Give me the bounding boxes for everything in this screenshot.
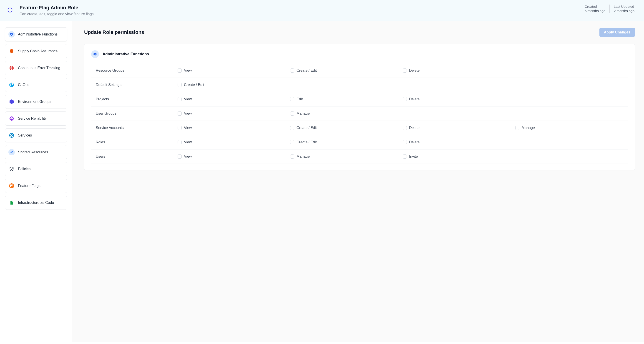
permission-option[interactable]: Manage [290,154,403,159]
sidebar-item-continuous-error-tracking[interactable]: Continuous Error Tracking [5,61,67,75]
target-icon [8,65,15,71]
permission-option-label: Edit [296,97,303,101]
svg-point-13 [10,152,11,153]
header-left: Feature Flag Admin Role Can create, edit… [6,5,94,16]
permission-option-label: Delete [409,97,420,101]
permission-option[interactable]: Edit [290,97,403,101]
permission-checkbox[interactable] [290,154,294,159]
permission-option[interactable]: Create / Edit [290,69,403,73]
updated-label: Last Updated [614,5,634,9]
permission-option[interactable]: View [178,154,290,159]
sidebar-item-infrastructure-as-code[interactable]: Infrastructure as Code [5,196,67,210]
permission-option-label: Create / Edit [184,83,204,87]
updated-value: 2 months ago [614,9,634,13]
sidebar-item-label: Policies [18,167,30,171]
permission-row: RolesViewCreate / EditDelete [91,135,628,149]
permission-option[interactable]: Create / Edit [290,126,403,130]
permission-row: ProjectsViewEditDelete [91,92,628,107]
permission-row: User GroupsViewManage [91,107,628,121]
permission-checkbox[interactable] [403,154,407,159]
sidebar-item-feature-flags[interactable]: Feature Flags [5,179,67,193]
permission-checkbox[interactable] [178,140,182,144]
permission-checkbox[interactable] [178,126,182,130]
permission-checkbox[interactable] [178,112,182,116]
sidebar: Administrative FunctionsSupply Chain Ass… [0,21,72,342]
sidebar-item-environment-groups[interactable]: Environment Groups [5,95,67,109]
permission-name: Projects [96,97,178,101]
permission-option-label: Delete [409,69,420,73]
permission-option[interactable]: View [178,112,290,116]
created-label: Created [585,5,605,9]
sidebar-item-supply-chain-assurance[interactable]: Supply Chain Assurance [5,44,67,58]
permission-checkbox[interactable] [290,69,294,73]
main-header: Update Role permissions Apply Changes [84,28,635,37]
sidebar-item-label: GitOps [18,83,29,87]
permission-option-label: View [184,69,192,73]
hexagon-icon [8,99,15,105]
permission-option-label: View [184,154,192,159]
gear-icon [91,50,99,58]
permission-row: UsersViewManageInvite [91,149,628,164]
permission-option-label: Create / Edit [296,126,317,130]
permission-checkbox[interactable] [178,97,182,101]
permission-option-label: Manage [522,126,535,130]
sidebar-item-label: Environment Groups [18,100,52,104]
permission-option[interactable]: Delete [403,140,515,144]
permission-checkbox[interactable] [178,69,182,73]
permission-rows: Resource GroupsViewCreate / EditDeleteDe… [91,64,628,164]
permission-option[interactable]: View [178,126,290,130]
permission-checkbox[interactable] [515,126,520,130]
created-meta: Created 6 months ago [580,5,610,13]
permission-option-label: View [184,140,192,144]
permission-row: Default SettingsCreate / Edit [91,78,628,92]
permission-option-label: View [184,97,192,101]
permission-checkbox[interactable] [403,69,407,73]
sidebar-item-administrative-functions[interactable]: Administrative Functions [5,27,67,42]
apply-changes-button[interactable]: Apply Changes [600,28,635,37]
shield-check-icon [8,166,15,172]
share-icon [8,149,15,155]
permission-option[interactable]: Delete [403,69,515,73]
sidebar-item-services[interactable]: Services [5,128,67,142]
reliability-icon [8,115,15,122]
main-heading: Update Role permissions [84,29,144,35]
permission-option-label: View [184,112,192,116]
permission-option-label: Delete [409,140,420,144]
permission-option[interactable]: View [178,97,290,101]
permission-checkbox[interactable] [178,83,182,87]
file-icon [8,200,15,206]
page-title: Feature Flag Admin Role [20,5,94,11]
sidebar-item-label: Supply Chain Assurance [18,49,58,53]
permission-option[interactable]: View [178,140,290,144]
permission-checkbox[interactable] [403,97,407,101]
permission-checkbox[interactable] [290,140,294,144]
permission-checkbox[interactable] [290,97,294,101]
sidebar-item-service-reliability[interactable]: Service Reliability [5,112,67,126]
permission-option[interactable]: Manage [515,126,628,130]
permission-checkbox[interactable] [178,154,182,159]
header-meta: Created 6 months ago Last Updated 2 mont… [580,5,638,13]
shield-icon [8,48,15,54]
permission-option[interactable]: Delete [403,126,515,130]
sidebar-item-label: Infrastructure as Code [18,201,54,205]
permission-option[interactable]: Manage [290,112,403,116]
permission-option[interactable]: Delete [403,97,515,101]
permission-checkbox[interactable] [403,126,407,130]
panel-title: Administrative Functions [102,52,149,57]
sidebar-item-label: Service Reliability [18,117,46,121]
sidebar-item-gitops[interactable]: GitOps [5,78,67,92]
permission-checkbox[interactable] [290,112,294,116]
sidebar-item-policies[interactable]: Policies [5,162,67,176]
permission-option-label: Manage [296,154,310,159]
permission-option[interactable]: View [178,69,290,73]
permission-checkbox[interactable] [403,140,407,144]
sidebar-item-shared-resources[interactable]: Shared Resources [5,145,67,159]
permission-option-label: Manage [296,112,310,116]
permission-option[interactable]: Invite [403,154,515,159]
permission-option[interactable]: Create / Edit [290,140,403,144]
page-subtitle: Can create, edit, toggle and view featur… [20,12,94,16]
permission-option[interactable]: Create / Edit [178,83,290,87]
permission-row: Service AccountsViewCreate / EditDeleteM… [91,121,628,135]
permission-name: Service Accounts [96,126,178,130]
permission-checkbox[interactable] [290,126,294,130]
